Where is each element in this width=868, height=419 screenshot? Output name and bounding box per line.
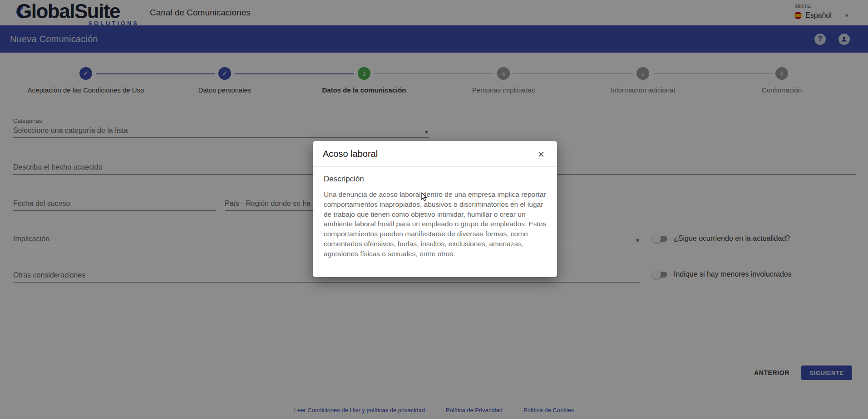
category-info-modal: Acoso laboral ✕ Descripción Una denuncia… <box>313 141 557 277</box>
modal-title: Acoso laboral <box>323 149 378 159</box>
page: GlobalSuite SOLUTIONS Canal de Comunicac… <box>0 0 868 419</box>
modal-header: Acoso laboral ✕ <box>313 141 557 167</box>
modal-description-text: Una denuncia de acoso laboral dentro de … <box>324 190 547 259</box>
close-icon[interactable]: ✕ <box>535 148 547 160</box>
modal-body: Descripción Una denuncia de acoso labora… <box>313 167 557 259</box>
mouse-cursor-icon <box>421 192 429 204</box>
modal-section-title: Descripción <box>324 175 546 184</box>
